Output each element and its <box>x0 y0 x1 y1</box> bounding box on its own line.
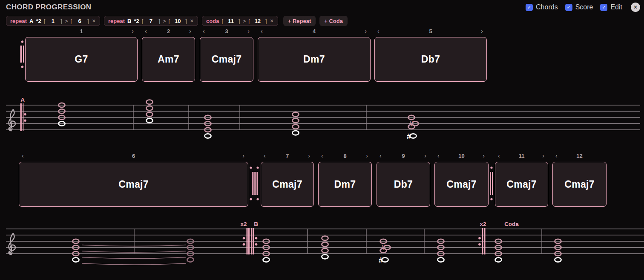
toggle-chords[interactable]: ✓Chords <box>526 3 558 11</box>
whole-note[interactable] <box>72 251 79 256</box>
whole-note[interactable] <box>187 251 193 256</box>
whole-note[interactable] <box>437 245 444 249</box>
chord-box-5[interactable]: Db7 <box>374 37 487 82</box>
whole-note[interactable] <box>495 239 501 243</box>
whole-note[interactable] <box>495 251 501 256</box>
whole-note[interactable] <box>555 257 561 262</box>
next-measure-arrow[interactable]: › <box>189 28 191 34</box>
next-measure-arrow[interactable]: › <box>483 152 485 159</box>
whole-note[interactable] <box>408 115 414 120</box>
whole-note[interactable] <box>322 242 328 246</box>
whole-note[interactable] <box>495 257 501 262</box>
chord-box-11[interactable]: Cmaj7 <box>495 162 548 207</box>
chord-box-6[interactable]: Cmaj7 <box>19 162 248 207</box>
whole-note[interactable] <box>437 239 444 243</box>
whole-note[interactable] <box>380 239 386 243</box>
chord-box-8[interactable]: Dm7 <box>318 162 372 207</box>
whole-note[interactable] <box>187 239 193 243</box>
next-measure-arrow[interactable]: › <box>242 152 244 159</box>
whole-note[interactable] <box>146 112 152 117</box>
chip-range-from[interactable]: 1 <box>48 18 58 24</box>
whole-note[interactable] <box>72 245 79 249</box>
whole-note[interactable] <box>292 118 299 123</box>
whole-note[interactable] <box>412 121 418 126</box>
whole-note[interactable] <box>437 257 444 262</box>
whole-note[interactable] <box>408 125 414 129</box>
whole-note[interactable] <box>58 121 65 126</box>
whole-note[interactable] <box>146 106 152 110</box>
toggle-score[interactable]: ✓Score <box>565 3 593 11</box>
chip-section-name: A <box>29 18 33 24</box>
whole-note[interactable] <box>382 257 388 262</box>
whole-note[interactable] <box>292 125 299 129</box>
whole-note[interactable] <box>322 236 328 240</box>
next-measure-arrow[interactable]: › <box>365 28 367 34</box>
section-label[interactable]: x2 <box>480 221 486 227</box>
whole-note[interactable] <box>292 131 299 135</box>
next-measure-arrow[interactable]: › <box>247 28 250 34</box>
whole-note[interactable] <box>58 109 65 113</box>
whole-note[interactable] <box>204 134 211 138</box>
whole-note[interactable] <box>555 245 561 249</box>
whole-note[interactable] <box>58 115 65 120</box>
chip-range-to[interactable]: 6 <box>75 18 85 24</box>
next-measure-arrow[interactable]: › <box>308 152 310 159</box>
checkbox-checked-icon[interactable]: ✓ <box>526 4 533 11</box>
whole-note[interactable] <box>187 257 193 262</box>
whole-note[interactable] <box>292 112 299 117</box>
chip-remove-button[interactable]: ✕ <box>190 18 194 24</box>
whole-note[interactable] <box>72 257 79 262</box>
chip-range-from[interactable]: 11 <box>226 18 236 24</box>
chord-box-9[interactable]: Db7 <box>377 162 430 207</box>
whole-note[interactable] <box>263 251 269 256</box>
chord-box-4[interactable]: Dm7 <box>258 37 371 82</box>
next-measure-arrow[interactable]: › <box>542 152 544 159</box>
whole-note[interactable] <box>58 103 65 107</box>
whole-note[interactable] <box>410 134 416 138</box>
whole-note[interactable] <box>204 115 211 120</box>
add-repeat-button[interactable]: + Repeat <box>283 16 316 26</box>
next-measure-arrow[interactable]: › <box>424 152 426 159</box>
whole-note[interactable] <box>555 251 561 256</box>
next-measure-arrow[interactable]: › <box>132 28 134 34</box>
chord-box-3[interactable]: Cmaj7 <box>200 37 253 82</box>
checkbox-checked-icon[interactable]: ✓ <box>600 4 607 11</box>
whole-note[interactable] <box>495 245 501 249</box>
checkbox-checked-icon[interactable]: ✓ <box>565 4 572 11</box>
whole-note[interactable] <box>146 100 152 104</box>
chord-box-10[interactable]: Cmaj7 <box>434 162 489 207</box>
chip-range-to[interactable]: 12 <box>253 18 263 24</box>
chip-remove-button[interactable]: ✕ <box>270 18 274 24</box>
toggle-edit[interactable]: ✓Edit <box>600 3 622 11</box>
whole-note[interactable] <box>263 239 269 243</box>
chord-box-7[interactable]: Cmaj7 <box>261 162 314 207</box>
whole-note[interactable] <box>263 245 269 249</box>
whole-note[interactable] <box>72 239 79 243</box>
section-label[interactable]: B <box>254 221 258 227</box>
close-button[interactable]: ✕ <box>631 3 640 12</box>
chord-box-2[interactable]: Am7 <box>142 37 195 82</box>
whole-note[interactable] <box>322 254 328 259</box>
whole-note[interactable] <box>322 249 328 253</box>
whole-note[interactable] <box>204 121 211 126</box>
next-measure-arrow[interactable]: › <box>366 152 368 159</box>
next-measure-arrow[interactable]: › <box>481 28 483 34</box>
whole-note[interactable] <box>384 245 390 249</box>
chip-range-from[interactable]: 7 <box>146 18 156 24</box>
range-arrow: > <box>65 18 68 24</box>
chord-box-1[interactable]: G7 <box>25 37 138 82</box>
chip-range-to[interactable]: 10 <box>172 18 183 24</box>
section-label[interactable]: x2 <box>240 221 247 227</box>
section-label[interactable]: A <box>20 97 25 103</box>
whole-note[interactable] <box>146 118 152 123</box>
chord-box-12[interactable]: Cmaj7 <box>552 162 607 207</box>
chip-remove-button[interactable]: ✕ <box>92 18 96 24</box>
whole-note[interactable] <box>437 251 444 256</box>
whole-note[interactable] <box>263 257 269 262</box>
whole-note[interactable] <box>555 239 561 243</box>
whole-note[interactable] <box>187 245 193 249</box>
add-coda-button[interactable]: + Coda <box>319 16 348 26</box>
whole-note[interactable] <box>204 128 211 132</box>
section-label[interactable]: Coda <box>504 221 519 227</box>
whole-note[interactable] <box>380 249 386 253</box>
